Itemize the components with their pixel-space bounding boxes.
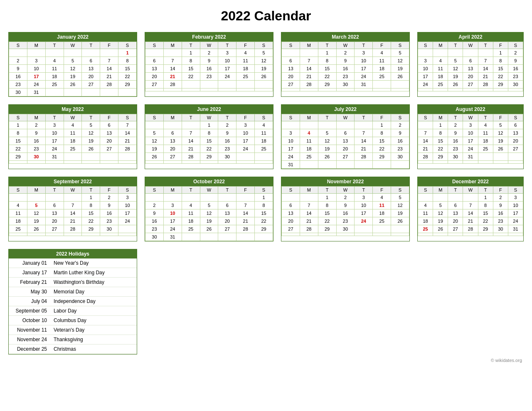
day-cell: 16 (100, 209, 118, 217)
day-cell: 30 (145, 233, 164, 241)
day-cell: 15 (255, 209, 273, 217)
holiday-name: Veteran's Day (50, 325, 137, 335)
day-cell: 3 (236, 121, 255, 129)
day-cell (418, 121, 433, 129)
day-cell: 30 (391, 153, 409, 161)
day-cell: 15 (200, 137, 218, 145)
day-cell (200, 194, 218, 202)
day-header: S (9, 187, 27, 194)
day-cell: 5 (64, 57, 82, 65)
day-header: T (478, 187, 493, 194)
holiday-row: November 24Thanksgiving (9, 335, 137, 345)
day-cell: 28 (64, 225, 82, 233)
day-cell: 11 (418, 209, 433, 217)
day-cell: 19 (318, 145, 336, 153)
day-cell: 20 (282, 73, 300, 81)
day-cell: 13 (145, 65, 164, 73)
day-cell (182, 161, 200, 164)
day-cell: 12 (448, 65, 463, 73)
month-table: SMTWTFS123456789101112131415161718192021… (418, 186, 523, 236)
day-cell: 18 (9, 217, 27, 225)
day-cell (218, 194, 236, 202)
day-cell: 17 (236, 137, 255, 145)
day-cell: 13 (218, 209, 236, 217)
day-cell: 22 (182, 73, 200, 81)
day-cell: 20 (336, 145, 355, 153)
day-cell (218, 161, 236, 164)
day-header: F (100, 187, 118, 194)
holiday-row: January 17Martin Luther King Day (9, 268, 137, 278)
day-cell: 26 (145, 153, 164, 161)
day-cell: 26 (391, 217, 409, 225)
day-cell: 17 (163, 217, 182, 225)
holiday-row: July 04Independence Day (9, 297, 137, 306)
day-header: W (200, 42, 218, 49)
day-cell: 3 (463, 121, 478, 129)
day-cell: 30 (336, 225, 355, 233)
month-table: SMTWTFS123456789101112131415161718192021… (145, 42, 273, 91)
day-cell (255, 233, 273, 241)
day-cell (318, 161, 336, 169)
month-header: September 2022 (9, 177, 137, 186)
day-cell: 15 (9, 137, 27, 145)
day-header: S (508, 42, 523, 49)
day-cell: 2 (336, 194, 355, 202)
day-cell: 28 (300, 81, 318, 89)
day-cell (118, 153, 137, 161)
day-cell: 8 (373, 129, 391, 137)
day-cell (282, 49, 300, 57)
month-table: SMTWTFS123456789101112131415161718192021… (9, 114, 137, 164)
day-header: F (236, 114, 255, 121)
holiday-date: December 25 (9, 345, 50, 354)
day-cell (463, 89, 478, 91)
day-cell: 3 (508, 194, 523, 202)
day-cell: 21 (478, 73, 493, 81)
day-cell: 31 (27, 89, 45, 96)
day-cell (493, 233, 508, 236)
day-header: T (448, 42, 463, 49)
day-cell (418, 49, 433, 57)
day-cell (391, 233, 409, 236)
day-cell: 29 (373, 153, 391, 161)
day-cell (9, 49, 27, 57)
day-cell: 16 (508, 65, 523, 73)
day-cell (391, 225, 409, 233)
month-header: November 2022 (281, 177, 409, 186)
day-cell: 2 (100, 194, 118, 202)
day-cell: 11 (236, 57, 255, 65)
day-cell: 12 (318, 137, 336, 145)
day-cell (163, 194, 182, 202)
holiday-row: May 30Memorial Day (9, 287, 137, 297)
day-cell (182, 89, 200, 91)
day-cell: 23 (218, 145, 236, 153)
day-cell (433, 194, 448, 202)
day-header: S (9, 114, 27, 121)
day-cell: 8 (433, 129, 448, 137)
day-cell: 13 (336, 137, 355, 145)
day-cell: 24 (118, 217, 137, 225)
day-cell: 28 (300, 225, 318, 233)
day-cell (355, 233, 373, 236)
day-header: M (27, 187, 45, 194)
day-cell: 11 (9, 209, 27, 217)
day-cell: 4 (373, 194, 391, 202)
day-cell (118, 233, 137, 236)
day-cell: 26 (493, 145, 508, 153)
day-cell (64, 161, 82, 164)
day-cell: 7 (478, 57, 493, 65)
day-cell: 14 (163, 65, 182, 73)
day-header: S (255, 187, 273, 194)
day-cell: 1 (318, 49, 336, 57)
day-cell (300, 89, 318, 91)
day-cell: 12 (433, 209, 448, 217)
day-header: S (391, 42, 409, 49)
day-cell: 2 (336, 49, 355, 57)
day-cell: 17 (355, 65, 373, 73)
day-header: F (236, 187, 255, 194)
day-cell: 5 (145, 129, 164, 137)
day-cell (64, 153, 82, 161)
holiday-row: October 10Columbus Day (9, 316, 137, 325)
day-cell (448, 233, 463, 236)
day-cell: 23 (336, 217, 355, 225)
day-cell: 18 (255, 137, 273, 145)
